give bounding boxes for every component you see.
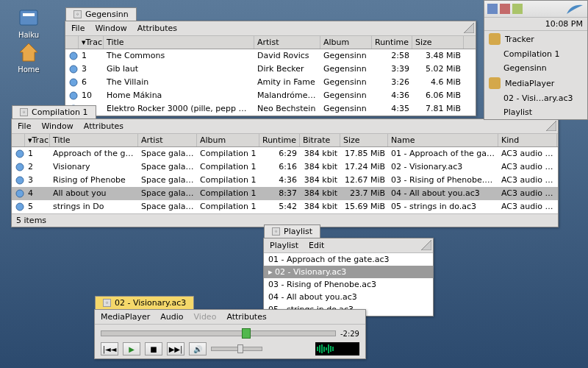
close-icon[interactable]: ◦ xyxy=(74,10,82,18)
seek-thumb[interactable] xyxy=(242,328,251,339)
playlist-item[interactable]: 01 - Approach of the gate.ac3 xyxy=(264,253,433,266)
window-tab[interactable]: ◦ Compilation 1 xyxy=(12,105,96,118)
desktop-icon-home[interactable]: Home xyxy=(10,40,47,74)
deskbar-app[interactable]: Tracker xyxy=(484,31,587,47)
tray-icon[interactable] xyxy=(512,4,523,14)
table-row[interactable]: 6The VillainAmity in FameGegensinn3:264.… xyxy=(65,76,476,89)
volume-slider[interactable] xyxy=(211,347,262,351)
play-button[interactable]: ▶ xyxy=(123,342,140,355)
window-gegensinn: ◦ Gegensinn File Window Attributes ▾Trac… xyxy=(65,21,476,116)
table-row[interactable]: 4All about youSpace galaxyCompilation 18… xyxy=(12,187,558,200)
col-header[interactable]: Bitrate xyxy=(300,134,340,146)
col-header[interactable]: Album xyxy=(197,134,259,146)
svg-rect-12 xyxy=(487,4,498,14)
menu-edit[interactable]: Edit xyxy=(309,241,324,250)
skip-back-button[interactable]: |◄◄ xyxy=(101,342,118,355)
col-header[interactable]: ▾Track xyxy=(79,36,104,49)
desktop-icon-label: Haiku xyxy=(18,31,39,39)
table-row[interactable]: 3Rising of PhenobeSpace galaxyCompilatio… xyxy=(12,174,558,187)
svg-point-2 xyxy=(70,52,77,60)
svg-rect-1 xyxy=(23,13,35,16)
svg-point-10 xyxy=(16,190,24,197)
window-tab[interactable]: ◦ 02 - Visionary.ac3 xyxy=(95,296,194,309)
deskbar-window[interactable]: Compilation 1 xyxy=(484,47,587,61)
close-icon[interactable]: ◦ xyxy=(272,227,280,236)
table-row[interactable]: 1Approach of the gateSpace galaxyCompila… xyxy=(12,147,558,160)
column-headers[interactable]: ▾TrackTitleArtistAlbumRuntimeBitrateSize… xyxy=(12,134,558,147)
table-row[interactable]: 5strings in DoSpace galaxyCompilation 15… xyxy=(12,200,558,213)
menu-window[interactable]: Window xyxy=(41,121,73,131)
menu-attributes[interactable]: Attributes xyxy=(137,24,177,33)
tray-icon[interactable] xyxy=(500,4,510,14)
col-header[interactable] xyxy=(12,134,25,146)
col-header[interactable]: Size xyxy=(412,36,464,49)
svg-point-9 xyxy=(16,177,24,184)
menu-video[interactable]: Video xyxy=(194,312,217,322)
col-header[interactable]: Album xyxy=(320,36,372,49)
col-header[interactable]: Artist xyxy=(138,134,197,146)
col-header[interactable]: Size xyxy=(340,134,388,146)
stop-button[interactable]: ■ xyxy=(145,342,162,355)
close-icon[interactable]: ◦ xyxy=(103,299,111,307)
desktop-icon-label: Home xyxy=(18,66,40,74)
menu-playlist[interactable]: Playlist xyxy=(270,241,298,250)
menu-attributes[interactable]: Attributes xyxy=(84,121,123,131)
col-header[interactable]: Title xyxy=(50,134,138,146)
deskbar-window[interactable]: 02 - Visi…ary.ac3 xyxy=(484,91,587,105)
col-header[interactable]: ▾Track xyxy=(25,134,50,146)
window-tab[interactable]: ◦ Playlist xyxy=(264,224,320,238)
clock[interactable]: 10:08 PM xyxy=(484,18,587,31)
tray-icon[interactable] xyxy=(487,4,498,14)
col-header[interactable]: Runtime xyxy=(259,134,300,146)
resize-icon[interactable] xyxy=(464,23,474,33)
table-row[interactable]: 2VisionarySpace galaxyCompilation 16:163… xyxy=(12,160,558,174)
deskbar-app[interactable]: MediaPlayer xyxy=(484,75,587,91)
window-title: Compilation 1 xyxy=(32,107,88,117)
playlist-item[interactable]: 04 - All about you.ac3 xyxy=(264,291,433,303)
home-icon xyxy=(17,40,40,64)
menu-window[interactable]: Window xyxy=(95,24,126,33)
mute-button[interactable]: 🔊 xyxy=(189,342,207,355)
menu-attributes[interactable]: Attributes xyxy=(226,312,266,322)
menu-file[interactable]: File xyxy=(18,121,31,131)
window-tab[interactable]: ◦ Gegensinn xyxy=(65,7,137,21)
resize-icon[interactable] xyxy=(421,240,431,250)
column-headers[interactable]: ▾TrackTitleArtistAlbumRuntimeSize xyxy=(65,36,476,49)
col-header[interactable]: Title xyxy=(104,36,254,49)
col-header[interactable]: Artist xyxy=(254,36,320,49)
table-row[interactable]: 1The CommonsDavid RovicsGegensinn2:583.4… xyxy=(65,49,476,63)
col-header[interactable]: Kind xyxy=(498,134,557,146)
svg-point-8 xyxy=(16,163,24,171)
skip-fwd-button[interactable]: ▶▶| xyxy=(167,342,184,355)
deskbar-tray[interactable] xyxy=(484,1,587,18)
app-icon xyxy=(489,33,501,45)
col-header[interactable]: Name xyxy=(388,134,498,146)
col-header[interactable]: Runtime xyxy=(372,36,412,49)
menubar: Playlist Edit xyxy=(264,238,433,253)
table-row[interactable]: 17Elektro Rocker 3000 (pille, pepp & dos… xyxy=(65,102,476,116)
disk-icon xyxy=(17,6,40,29)
transport-controls: |◄◄ ▶ ■ ▶▶| 🔊 xyxy=(101,342,359,355)
item-count: 5 items xyxy=(16,216,46,225)
table-row[interactable]: 3Gib lautDirk BeckerGegensinn3:395.02 Mi… xyxy=(65,63,476,76)
col-header[interactable] xyxy=(65,36,79,49)
playlist-item[interactable]: ▸ 02 - Visionary.ac3 xyxy=(264,266,433,278)
file-list: 1Approach of the gateSpace galaxyCompila… xyxy=(12,147,558,213)
svg-point-7 xyxy=(16,150,24,158)
table-row[interactable]: 10Home MákinaMalandrómedaGegensinn4:366.… xyxy=(65,89,476,102)
playlist-items: 01 - Approach of the gate.ac3▸ 02 - Visi… xyxy=(264,253,433,316)
seek-slider[interactable] xyxy=(101,330,336,336)
volume-thumb[interactable] xyxy=(237,344,243,353)
leaf-menu-icon[interactable] xyxy=(565,2,584,15)
menu-mediaplayer[interactable]: MediaPlayer xyxy=(101,312,150,322)
file-list: 1The CommonsDavid RovicsGegensinn2:583.4… xyxy=(65,49,476,116)
resize-icon[interactable] xyxy=(546,121,556,131)
menu-audio[interactable]: Audio xyxy=(160,312,183,322)
deskbar-window[interactable]: Playlist xyxy=(484,105,587,119)
close-icon[interactable]: ◦ xyxy=(20,108,28,116)
desktop-icon-haiku[interactable]: Haiku xyxy=(10,6,47,39)
menu-file[interactable]: File xyxy=(71,24,85,33)
deskbar-window[interactable]: Gegensinn xyxy=(484,61,587,75)
level-meter xyxy=(315,342,359,355)
playlist-item[interactable]: 03 - Rising of Phenobe.ac3 xyxy=(264,278,433,291)
